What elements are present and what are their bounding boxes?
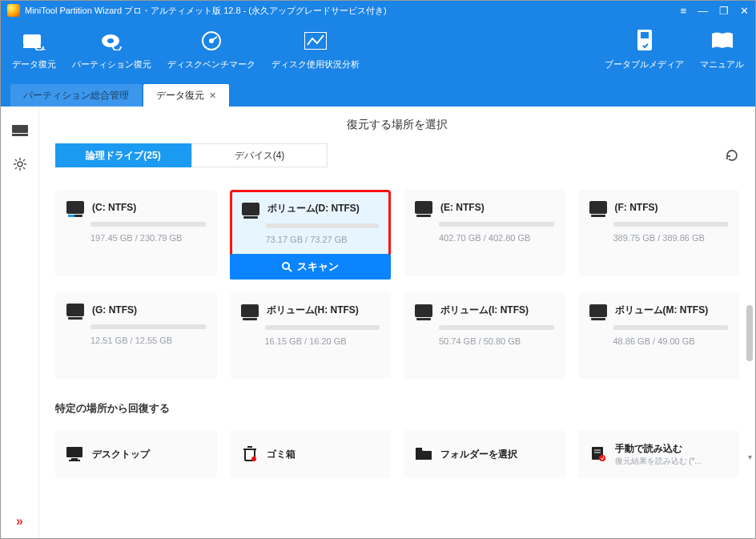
trash-icon	[241, 445, 259, 463]
drive-icon	[415, 304, 432, 317]
data-recovery-icon	[23, 30, 46, 52]
main-toolbar: データ復元 パーティション復元 ディスクベンチマーク ディスク使用状況分析 ブー…	[1, 20, 755, 82]
close-icon[interactable]: ✕	[740, 5, 749, 17]
bootable-media-icon	[633, 30, 656, 52]
content-area: » 復元する場所を選択 論理ドライブ(25) デバイス(4) (C: NTFS)…	[1, 107, 755, 538]
title-bar: MiniTool Partition Wizard プロ・アルティメット版 12…	[1, 1, 755, 20]
disk-usage-button[interactable]: ディスク使用状況分析	[263, 25, 368, 75]
scroll-down-icon[interactable]: ▾	[748, 453, 752, 461]
svg-rect-23	[66, 447, 82, 457]
usage-bar	[266, 223, 380, 228]
svg-line-20	[23, 159, 25, 161]
drive-card-e[interactable]: (E: NTFS) 402.70 GB / 402.80 GB	[404, 190, 565, 276]
svg-rect-11	[12, 134, 28, 136]
usage-bar	[90, 222, 206, 227]
svg-rect-1	[23, 46, 41, 48]
specific-location-section: 特定の場所から回復する デスクトップ ゴミ箱	[55, 401, 739, 478]
svg-rect-9	[641, 32, 649, 38]
svg-point-34	[599, 455, 605, 461]
desktop-icon	[66, 445, 84, 463]
usage-bar	[439, 325, 554, 330]
drive-icon	[66, 304, 84, 316]
manual-load-icon	[589, 445, 607, 463]
drive-grid: (C: NTFS) 197.45 GB / 230.79 GB ボリューム(D:…	[55, 190, 739, 379]
drive-icon	[415, 201, 432, 214]
svg-rect-0	[23, 34, 41, 46]
usage-bar	[613, 222, 729, 227]
drive-icon	[242, 203, 259, 215]
disk-benchmark-icon	[200, 30, 223, 52]
drive-card-f[interactable]: (F: NTFS) 389.75 GB / 389.86 GB	[578, 190, 740, 276]
manual-icon	[711, 30, 734, 52]
refresh-button[interactable]	[725, 148, 739, 163]
mode-logical-drives[interactable]: 論理ドライブ(25)	[55, 143, 191, 167]
drive-icon	[589, 304, 607, 317]
folder-icon	[415, 445, 432, 463]
scan-button[interactable]: スキャン	[230, 254, 392, 280]
window-controls: ≡ — ❐ ✕	[680, 5, 749, 17]
drive-icon	[66, 201, 84, 214]
drive-card-d[interactable]: ボリューム(D: NTFS) 73.17 GB / 73.27 GB スキャン	[230, 190, 392, 280]
usage-bar	[613, 325, 729, 330]
minimize-icon[interactable]: —	[698, 5, 708, 17]
drive-icon	[241, 304, 259, 317]
mode-bar: 論理ドライブ(25) デバイス(4)	[55, 143, 739, 167]
svg-point-21	[283, 263, 289, 269]
app-logo-icon	[7, 4, 20, 17]
svg-rect-10	[12, 125, 28, 133]
tab-partition-management[interactable]: パーティション総合管理	[10, 84, 142, 107]
location-select-folder[interactable]: フォルダーを選択	[404, 430, 565, 478]
window-title: MiniTool Partition Wizard プロ・アルティメット版 12…	[25, 5, 387, 17]
scrollbar-thumb[interactable]	[746, 305, 753, 361]
drive-icon	[589, 201, 607, 214]
disk-usage-icon	[304, 30, 327, 52]
left-sidebar: »	[1, 107, 39, 538]
data-recovery-button[interactable]: データ復元	[4, 25, 64, 75]
bootable-media-button[interactable]: ブータブルメディア	[597, 25, 692, 75]
sidebar-home-icon[interactable]	[10, 121, 30, 140]
drive-card-i[interactable]: ボリューム(I: NTFS) 50.74 GB / 50.80 GB	[404, 292, 565, 379]
tab-close-icon[interactable]: ✕	[209, 91, 216, 101]
usage-bar	[265, 325, 380, 330]
location-desktop[interactable]: デスクトップ	[55, 430, 217, 478]
search-icon	[281, 261, 292, 272]
partition-recovery-button[interactable]: パーティション復元	[64, 25, 159, 75]
svg-line-18	[23, 167, 25, 169]
svg-point-29	[251, 457, 256, 461]
svg-point-12	[18, 162, 22, 167]
svg-rect-24	[71, 458, 78, 460]
disk-benchmark-button[interactable]: ディスクベンチマーク	[159, 25, 263, 75]
menu-icon[interactable]: ≡	[680, 5, 686, 17]
sidebar-settings-icon[interactable]	[10, 155, 30, 174]
svg-point-3	[107, 38, 114, 43]
tab-bar: パーティション総合管理 データ復元 ✕	[1, 82, 755, 107]
page-title: 復元する場所を選択	[55, 118, 739, 132]
drive-card-m[interactable]: ボリューム(M: NTFS) 48.86 GB / 49.00 GB	[578, 292, 740, 379]
svg-line-17	[15, 159, 17, 161]
svg-line-22	[288, 268, 292, 272]
partition-recovery-icon	[101, 30, 123, 52]
location-trash[interactable]: ゴミ箱	[230, 430, 392, 478]
sidebar-expand-icon[interactable]: »	[16, 514, 23, 529]
main-panel: 復元する場所を選択 論理ドライブ(25) デバイス(4) (C: NTFS) 1…	[39, 107, 755, 538]
tab-data-recovery[interactable]: データ復元 ✕	[143, 84, 229, 107]
drive-card-h[interactable]: ボリューム(H: NTFS) 16.15 GB / 16.20 GB	[230, 292, 392, 379]
svg-rect-30	[416, 448, 422, 450]
manual-button[interactable]: マニュアル	[692, 25, 752, 75]
usage-bar	[439, 222, 554, 227]
maximize-icon[interactable]: ❐	[719, 5, 729, 17]
svg-rect-25	[69, 460, 80, 461]
drive-card-c[interactable]: (C: NTFS) 197.45 GB / 230.79 GB	[55, 190, 217, 276]
location-manual-load[interactable]: 手動で読み込む 復元結果を読み込む (*...	[578, 430, 740, 478]
section-title: 特定の場所から回復する	[55, 401, 739, 416]
drive-card-g[interactable]: (G: NTFS) 12.51 GB / 12.55 GB	[55, 292, 217, 379]
usage-bar	[90, 324, 206, 329]
mode-devices[interactable]: デバイス(4)	[191, 143, 328, 167]
svg-line-19	[15, 167, 17, 169]
